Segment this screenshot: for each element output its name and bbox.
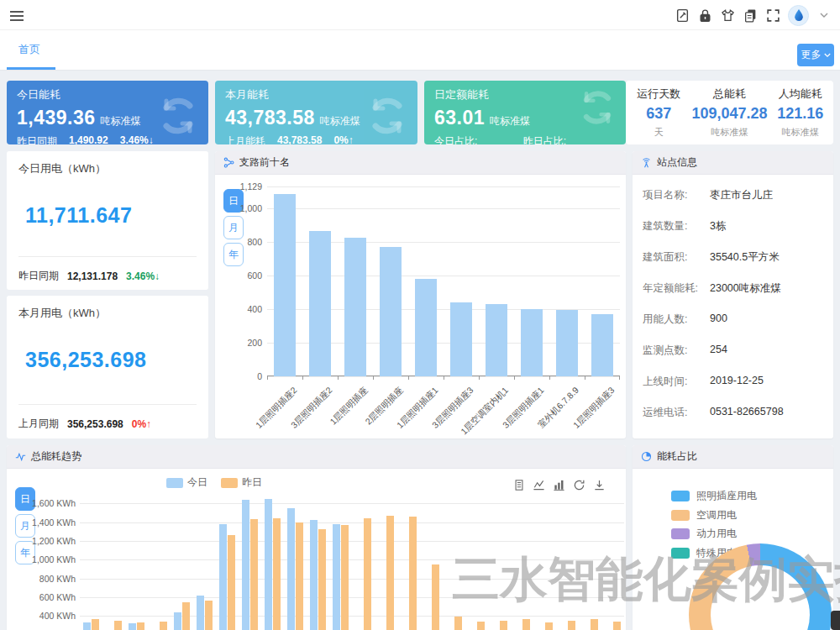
legend-item-昨日[interactable]: 昨日: [221, 475, 262, 490]
bar-yesterday: [182, 602, 190, 630]
site-info-label: 建筑面积:: [643, 250, 710, 265]
chart-gridline: [267, 208, 620, 209]
site-info-label: 年定额能耗:: [643, 281, 710, 296]
stat-value: 121.16: [768, 105, 833, 123]
theme-skin-icon[interactable]: [720, 8, 735, 23]
refresh-icon: [577, 87, 617, 128]
bar-yesterday: [522, 619, 530, 630]
y-axis-tick-label: 400: [215, 304, 262, 314]
bar-yesterday: [318, 529, 326, 630]
site-info-panel: 站点信息 项目名称:枣庄市台儿庄建筑数量:3栋建筑面积:35540.5平方米年定…: [633, 151, 833, 438]
copy-pages-icon[interactable]: [743, 8, 758, 23]
line-chart-icon[interactable]: [533, 479, 545, 491]
divider: [18, 404, 197, 405]
usage-sub-value: 12,131.178: [67, 270, 118, 282]
legend-item-照明插座用电[interactable]: 照明插座用电: [671, 489, 757, 503]
site-info-label: 用能人数:: [643, 312, 710, 327]
tab-home[interactable]: 首页: [12, 30, 47, 68]
menu-toggle-icon[interactable]: [10, 8, 25, 22]
fullscreen-icon[interactable]: [765, 8, 780, 23]
period-button-月[interactable]: 月: [223, 216, 244, 239]
bar-branch: [450, 302, 472, 376]
chart-gridline: [80, 522, 624, 523]
site-info-value: 900: [710, 312, 727, 327]
usage-delta: 0%↑: [132, 418, 151, 430]
kpi-sub-delta: 0%↑: [333, 134, 353, 144]
restore-icon[interactable]: [573, 479, 585, 491]
chart-gridline: [80, 579, 624, 580]
site-info-value: 3栋: [710, 219, 726, 234]
site-info-row: 用能人数:900: [633, 312, 833, 327]
bar-today: [310, 520, 318, 630]
more-tabs-button[interactable]: 更多: [797, 44, 834, 66]
bar-today: [265, 499, 272, 630]
x-axis-tick: [619, 376, 620, 380]
y-axis-tick-label: 1,000: [215, 203, 262, 213]
legend-label: 昨日: [242, 475, 262, 490]
kpi-sub-label: 昨日同期: [17, 134, 57, 144]
chart-gridline: [80, 616, 624, 617]
site-info-row: 建筑数量:3栋: [633, 219, 833, 234]
site-info-value: 254: [710, 344, 727, 358]
dashboard-content: 今日能耗 1,439.36吨标准煤 昨日同期1,490.923.46%↓ 本月能…: [0, 71, 840, 630]
download-image-icon[interactable]: [593, 479, 606, 491]
usage-value: 356,253.698: [25, 348, 197, 372]
kpi-sub-value: 43,783.58: [277, 134, 322, 144]
bar-chart-icon[interactable]: [553, 479, 565, 491]
bar-yesterday: [160, 622, 167, 630]
legend-swatch: [671, 510, 690, 521]
usage-card-today-electricity: 今日用电（kWh） 11,711.647 昨日同期 12,131.178 3.4…: [7, 151, 208, 290]
bar-yesterday: [591, 619, 598, 630]
stat-column: 运行天数637天: [626, 87, 691, 139]
chart-gridline: [267, 186, 620, 187]
floating-button[interactable]: [831, 611, 840, 630]
bar-branch: [591, 314, 613, 376]
tab-home-label: 首页: [18, 43, 40, 55]
legend-item-今日[interactable]: 今日: [166, 475, 207, 490]
bar-yesterday: [250, 519, 258, 630]
bar-branch: [521, 309, 543, 376]
usage-title: 本月用电（kWh）: [18, 306, 197, 321]
site-info-value: 23000吨标准煤: [710, 281, 781, 296]
kpi-sub-label2: 昨日占比:: [523, 135, 566, 144]
y-axis-tick-label: 200: [215, 338, 262, 348]
legend-swatch: [221, 478, 238, 488]
legend-label: 照明插座用电: [696, 489, 757, 503]
kpi-sub-value: 1,490.92: [69, 134, 108, 144]
bar-yesterday: [409, 517, 417, 630]
site-info-label: 监测点数:: [643, 344, 710, 358]
antenna-icon: [641, 157, 652, 168]
site-info-value: 2019-12-25: [710, 375, 764, 389]
kpi-sub-delta: 3.46%↓: [120, 134, 154, 144]
bar-yesterday: [477, 622, 485, 630]
bar-yesterday: [432, 564, 439, 630]
chart-gridline: [80, 503, 624, 504]
avatar[interactable]: [788, 5, 809, 26]
y-axis-tick-label: 400 KWh: [13, 611, 76, 621]
tab-bar: 首页 更多: [0, 30, 840, 71]
y-axis-tick-label: 600 KWh: [13, 592, 76, 602]
bar-yesterday: [613, 622, 621, 630]
bar-yesterday: [341, 525, 349, 630]
stat-column: 人均能耗121.16吨标准煤: [768, 87, 833, 139]
stat-unit: 吨标准煤: [691, 126, 767, 139]
legend-item-动力用电[interactable]: 动力用电: [671, 527, 737, 541]
site-info-row: 监测点数:254: [633, 344, 833, 358]
y-axis-tick-label: 0: [215, 371, 262, 381]
site-info-label: 运维电话:: [643, 406, 710, 420]
maintenance-icon[interactable]: [675, 8, 690, 23]
y-axis-tick-label: 1,000 KWh: [13, 554, 76, 564]
site-info-row: 年定额能耗:23000吨标准煤: [633, 281, 833, 296]
legend-swatch: [671, 528, 690, 539]
refresh-icon: [365, 94, 409, 138]
chevron-down-icon[interactable]: [816, 8, 832, 23]
kpi-card-month-energy: 本月能耗 43,783.58吨标准煤 上月能耗43,783.580%↑: [215, 81, 417, 144]
x-axis-tick: [302, 376, 303, 380]
chart-gridline: [80, 541, 624, 542]
data-view-icon[interactable]: [512, 479, 525, 491]
divider: [18, 256, 197, 257]
site-info-value: 35540.5平方米: [710, 250, 780, 265]
legend-item-空调用电[interactable]: 空调用电: [671, 508, 737, 522]
lock-icon[interactable]: [697, 8, 712, 23]
stat-label: 运行天数: [626, 87, 691, 102]
